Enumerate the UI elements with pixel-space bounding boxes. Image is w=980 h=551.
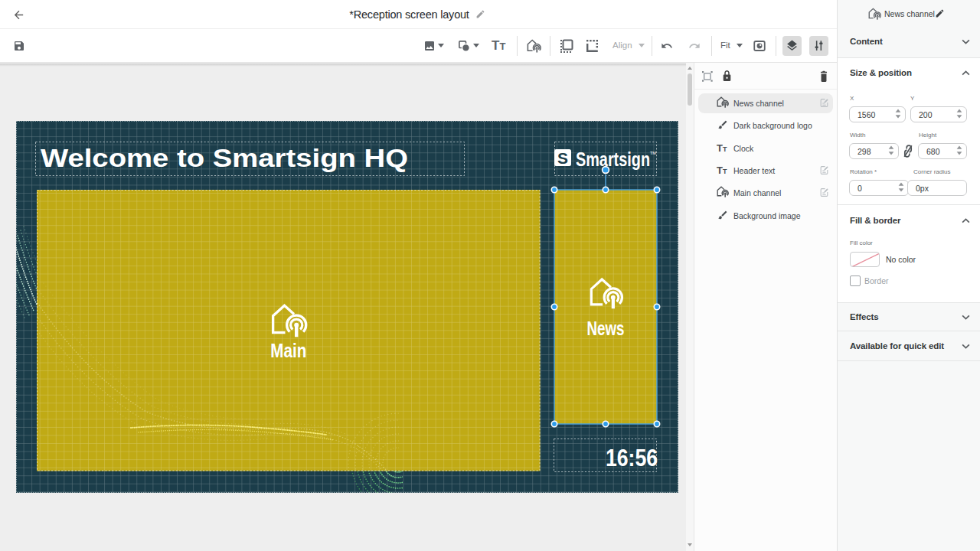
svg-text:Smartsign: Smartsign [576,148,650,171]
svg-text:News: News [587,318,625,339]
svg-text:Welcome to Smartsign HQ: Welcome to Smartsign HQ [41,143,408,172]
svg-text:TM: TM [650,151,656,155]
svg-text:Main: Main [270,340,306,361]
svg-text:S: S [557,149,568,167]
svg-text:16:56: 16:56 [606,444,658,471]
